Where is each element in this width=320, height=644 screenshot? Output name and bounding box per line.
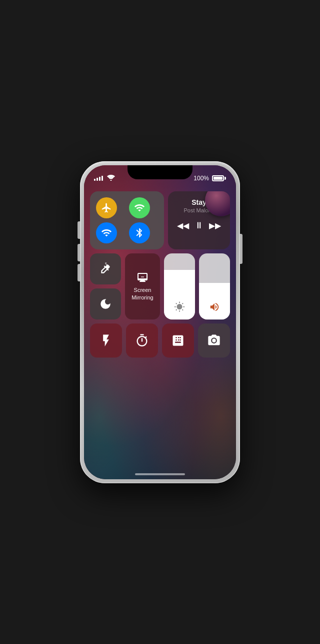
- svg-point-1: [212, 339, 216, 342]
- screen-mirroring-icon: [136, 271, 148, 283]
- airplane-mode-button[interactable]: [96, 197, 117, 218]
- iphone-frame: 100%: [80, 161, 240, 483]
- camera-button[interactable]: [198, 324, 230, 358]
- now-playing-tile[interactable]: Stay Post Malone ◀◀ ⏸ ▶▶: [168, 191, 230, 249]
- phone-screen: 100%: [84, 165, 236, 479]
- next-button[interactable]: ▶▶: [207, 219, 223, 232]
- top-row: Stay Post Malone ◀◀ ⏸ ▶▶: [90, 191, 230, 249]
- wifi-toggle-button[interactable]: [96, 222, 117, 243]
- playback-controls: ◀◀ ⏸ ▶▶: [174, 218, 224, 233]
- quick-actions-row: [90, 324, 230, 358]
- timer-button[interactable]: [126, 324, 158, 358]
- status-left: [94, 170, 115, 182]
- connectivity-tile[interactable]: [90, 191, 164, 249]
- cellular-button[interactable]: [129, 197, 150, 218]
- notch: [128, 165, 192, 179]
- battery-percentage: 100%: [194, 175, 209, 182]
- signal-icon: [94, 176, 103, 181]
- brightness-icon: [174, 301, 185, 314]
- screen-mirroring-button[interactable]: ScreenMirroring: [125, 253, 160, 319]
- sliders-group: [164, 253, 230, 319]
- screen-mirroring-label: ScreenMirroring: [132, 286, 153, 301]
- timer-icon: [135, 334, 149, 348]
- brightness-slider[interactable]: [164, 253, 195, 319]
- signal-bar-3: [99, 177, 100, 181]
- do-not-disturb-button[interactable]: [90, 288, 121, 319]
- calculator-icon: [171, 334, 185, 348]
- signal-bar-4: [102, 176, 103, 181]
- middle-row: ScreenMirroring: [90, 253, 230, 319]
- signal-bar-1: [94, 179, 96, 181]
- battery-icon: [212, 175, 226, 181]
- bluetooth-button[interactable]: [129, 222, 150, 243]
- control-center: Stay Post Malone ◀◀ ⏸ ▶▶: [90, 191, 230, 358]
- home-indicator: [135, 473, 185, 475]
- signal-bar-2: [96, 178, 98, 181]
- svg-point-0: [110, 180, 112, 181]
- prev-button[interactable]: ◀◀: [175, 219, 191, 232]
- volume-slider[interactable]: [199, 253, 230, 319]
- flashlight-button[interactable]: [90, 324, 122, 358]
- orientation-lock-button[interactable]: [90, 253, 121, 284]
- camera-icon: [207, 334, 221, 348]
- calculator-button[interactable]: [162, 324, 194, 358]
- status-right: 100%: [194, 171, 226, 182]
- flashlight-icon: [99, 334, 113, 348]
- left-utils: [90, 253, 121, 319]
- volume-icon: [209, 301, 220, 314]
- wifi-status-icon: [107, 174, 115, 182]
- pause-button[interactable]: ⏸: [192, 218, 206, 233]
